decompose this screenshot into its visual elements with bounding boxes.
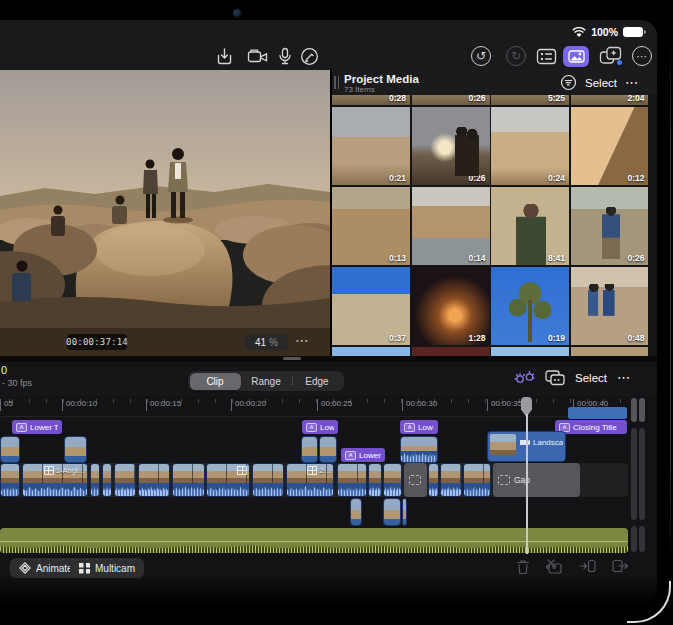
video-clip[interactable] (138, 463, 170, 497)
media-thumbnail[interactable] (412, 347, 490, 356)
media-more-icon[interactable]: ⋯ (625, 75, 639, 90)
draw-button[interactable] (296, 45, 322, 67)
multicam-clip[interactable]: 1-Angl… (22, 463, 88, 497)
zoom-level-button[interactable]: 41% (245, 334, 288, 350)
media-browser-button[interactable] (563, 45, 589, 67)
media-thumbnail[interactable]: 0:21 (332, 107, 410, 185)
viewer-more-icon[interactable]: ⋯ (295, 332, 310, 348)
media-thumbnail[interactable] (571, 347, 649, 356)
gap-clip[interactable]: Gap (493, 463, 580, 497)
media-thumbnail[interactable]: 1:28 (412, 267, 490, 345)
media-thumbnail[interactable]: 0:26 (412, 95, 490, 105)
clip-filmstrip (103, 464, 111, 483)
clip-waveform (338, 483, 366, 496)
timeline-select-button[interactable]: Select (575, 372, 607, 384)
multicam-button[interactable]: Multicam (70, 558, 144, 578)
clip-browser-icon[interactable] (545, 370, 565, 386)
jog-wheel-icon[interactable] (513, 369, 535, 386)
timeline-scrollbar[interactable] (631, 398, 637, 422)
delete-icon[interactable] (516, 559, 530, 575)
title-clip[interactable]: ALower T… (12, 420, 62, 434)
import-button[interactable] (211, 45, 237, 67)
media-thumbnail[interactable] (491, 347, 569, 356)
video-clip[interactable] (0, 463, 20, 497)
connected-clip[interactable] (350, 498, 362, 526)
viewer-panel[interactable]: 00:00:37:14 41% ⋯ (0, 70, 330, 356)
timeline-scrollbar[interactable] (639, 526, 645, 552)
overwrite-icon[interactable] (612, 559, 629, 573)
video-clip[interactable] (102, 463, 112, 497)
multicam-clip[interactable] (206, 463, 250, 497)
connected-clip[interactable] (64, 436, 87, 463)
timeline-more-icon[interactable]: ⋯ (617, 370, 631, 385)
redo-button[interactable]: ↻ (503, 45, 529, 67)
media-thumbnail[interactable]: 0:19 (491, 267, 569, 345)
video-clip[interactable] (90, 463, 100, 497)
insert-icon[interactable] (579, 559, 596, 573)
top-toolbar: 100% (0, 20, 657, 70)
video-clip[interactable] (337, 463, 367, 497)
connected-clip[interactable] (568, 407, 627, 419)
media-thumbnail[interactable]: 0:12 (571, 107, 649, 185)
more-button[interactable]: ⋯ (629, 45, 655, 67)
connected-clip[interactable] (383, 498, 401, 526)
clip-label-row: 2… (307, 466, 331, 475)
connected-clip[interactable] (319, 436, 337, 463)
media-thumbnail[interactable]: 0:14 (412, 187, 490, 265)
playhead[interactable] (521, 396, 533, 554)
panel-drag-handle-icon[interactable] (334, 76, 340, 89)
video-clip[interactable] (114, 463, 136, 497)
tab-clip[interactable]: Clip (190, 373, 241, 390)
video-clip[interactable] (383, 463, 402, 497)
thumbnail-duration: 0:13 (389, 253, 406, 263)
clip-label-row (237, 466, 247, 475)
media-thumbnail[interactable]: 0:24 (491, 107, 569, 185)
title-clip[interactable]: AClosing Title (555, 420, 627, 434)
video-clip[interactable] (172, 463, 205, 497)
video-clip[interactable] (428, 463, 439, 497)
effects-button[interactable] (598, 45, 624, 67)
media-thumbnail[interactable]: 8:41 (491, 187, 569, 265)
multicam-clip[interactable]: 2… (286, 463, 334, 497)
voiceover-button[interactable] (272, 45, 298, 67)
audio-clip[interactable] (0, 528, 628, 553)
timeline-ruler[interactable]: 0500:00:1000:00:1500:00:2000:00:2500:00:… (0, 396, 628, 417)
title-clip[interactable]: ALower… (341, 448, 385, 462)
connected-clip[interactable] (301, 436, 318, 463)
connected-clip[interactable] (400, 436, 438, 463)
timeline-scrollbar[interactable] (639, 428, 645, 520)
cut-icon[interactable] (546, 559, 563, 575)
media-thumbnail[interactable]: 0:26 (571, 187, 649, 265)
media-thumbnail[interactable]: 0:13 (332, 187, 410, 265)
animate-icon (19, 562, 31, 574)
media-thumbnail[interactable]: 0:37 (332, 267, 410, 345)
timeline-scrollbar[interactable] (631, 428, 637, 520)
thumbnail-duration: 0:21 (389, 173, 406, 183)
timeline-scrollbar[interactable] (631, 526, 637, 552)
record-button[interactable] (245, 45, 271, 67)
video-clip[interactable] (368, 463, 382, 497)
filter-icon[interactable] (560, 74, 577, 91)
media-thumbnail[interactable]: 5:25 (491, 95, 569, 105)
media-thumbnail[interactable]: 0:48 (571, 267, 649, 345)
inspector-button[interactable] (533, 45, 559, 67)
media-thumbnail[interactable] (332, 347, 410, 356)
video-clip[interactable] (463, 463, 491, 497)
media-select-button[interactable]: Select (585, 77, 617, 89)
video-clip[interactable] (252, 463, 284, 497)
video-clip[interactable] (440, 463, 462, 497)
undo-button[interactable]: ↺ (468, 45, 494, 67)
timeline-scrollbar[interactable] (639, 398, 645, 422)
connected-clip[interactable] (402, 498, 407, 526)
gap-clip[interactable]: G (404, 463, 427, 497)
title-clip[interactable]: ALow… (400, 420, 438, 434)
tab-edge[interactable]: Edge (292, 373, 343, 390)
clip-waveform (441, 483, 461, 496)
media-thumbnail[interactable]: 0:26 (412, 107, 490, 185)
connected-clip[interactable] (0, 436, 20, 463)
media-thumbnail[interactable]: 2:04 (571, 95, 649, 105)
tab-range[interactable]: Range (241, 373, 292, 390)
title-clip[interactable]: ALow… (302, 420, 338, 434)
media-thumbnail[interactable]: 0:28 (332, 95, 410, 105)
panel-resize-handle[interactable] (283, 357, 301, 360)
